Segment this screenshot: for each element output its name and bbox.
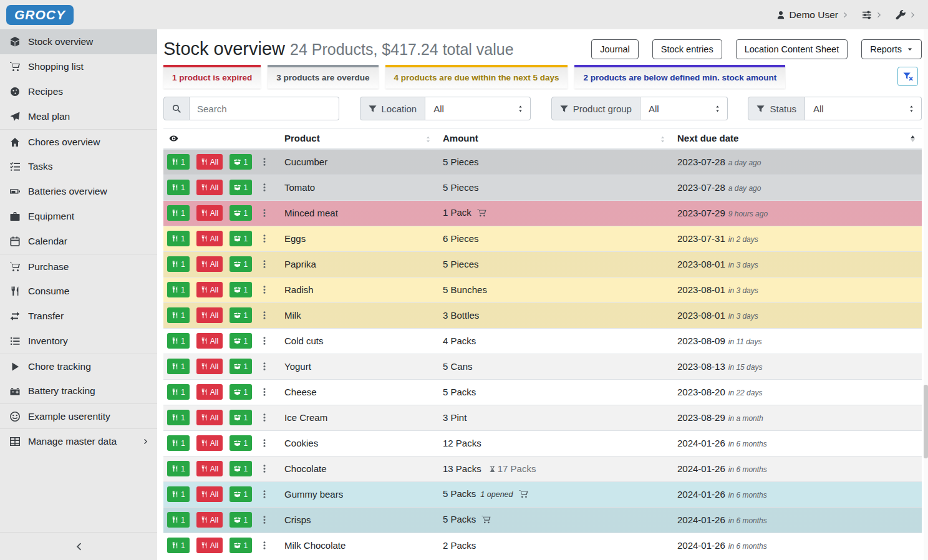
table-row[interactable]: 1 All 1 Paprika 5 Pieces 2023-08-01in 3 … [163,251,922,277]
status-select[interactable]: All [805,97,922,120]
consume-one-button[interactable]: 1 [167,435,190,451]
consume-all-button[interactable]: All [196,231,223,246]
row-menu-button[interactable] [260,540,269,551]
consume-one-button[interactable]: 1 [167,154,190,170]
location-content-sheet-button[interactable]: Location Content Sheet [736,39,848,59]
journal-button[interactable]: Journal [591,39,639,59]
table-row[interactable]: 1 All 1 Gummy bears 5 Packs1 opened 2024… [163,481,922,507]
sidebar-item-calendar[interactable]: Calendar [0,229,157,254]
consume-all-button[interactable]: All [196,384,223,400]
sidebar-collapse-button[interactable] [0,532,157,560]
consume-all-button[interactable]: All [196,538,223,553]
row-menu-button[interactable] [260,463,269,474]
consume-all-button[interactable]: All [196,435,223,451]
consume-one-button[interactable]: 1 [167,538,190,553]
consume-all-button[interactable]: All [196,180,223,195]
consume-all-button[interactable]: All [196,410,223,425]
row-menu-button[interactable] [260,387,269,397]
row-menu-button[interactable] [260,284,269,295]
product-group-select[interactable]: All [640,97,728,120]
scrollbar[interactable] [924,29,928,560]
consume-one-button[interactable]: 1 [167,307,190,323]
ribbon-below-min-stock[interactable]: 2 products are below defined min. stock … [574,65,785,89]
row-menu-button[interactable] [260,182,269,193]
row-menu-button[interactable] [260,438,269,448]
consume-all-button[interactable]: All [196,205,223,221]
open-one-button[interactable]: 1 [230,282,252,297]
sidebar-item-consume[interactable]: Consume [0,279,157,304]
sidebar-item-batteries-overview[interactable]: Batteries overview [0,179,157,204]
table-row[interactable]: 1 All 1 Minced meat 1 Pack 2023-07-299 h… [163,200,922,226]
open-one-button[interactable]: 1 [230,256,252,272]
column-visibility-header[interactable] [163,128,279,150]
sidebar-item-recipes[interactable]: Recipes [0,79,157,104]
consume-all-button[interactable]: All [196,333,223,349]
open-one-button[interactable]: 1 [230,231,252,246]
search-input[interactable] [190,97,339,120]
consume-one-button[interactable]: 1 [167,359,190,374]
sidebar-item-shopping-list[interactable]: Shopping list [0,54,157,79]
consume-one-button[interactable]: 1 [167,282,190,297]
open-one-button[interactable]: 1 [230,538,252,553]
ribbon-due-soon[interactable]: 4 products are due within the next 5 day… [385,65,568,89]
table-row[interactable]: 1 All 1 Crisps 5 Packs 2024-01-26in 6 mo… [163,507,922,533]
consume-all-button[interactable]: All [196,282,223,297]
table-row[interactable]: 1 All 1 Tomato 5 Pieces 2023-07-28a day … [163,175,922,200]
open-one-button[interactable]: 1 [230,359,252,374]
open-one-button[interactable]: 1 [230,154,252,170]
sidebar-item-battery-tracking[interactable]: Battery tracking [0,379,157,403]
row-menu-button[interactable] [260,361,269,372]
reports-button[interactable]: Reports [861,39,922,59]
table-row[interactable]: 1 All 1 Milk 3 Bottles 2023-08-01in 3 da… [163,302,922,328]
consume-one-button[interactable]: 1 [167,333,190,349]
sidebar-item-equipment[interactable]: Equipment [0,204,157,229]
row-menu-button[interactable] [260,310,269,321]
consume-one-button[interactable]: 1 [167,486,190,502]
ribbon-overdue[interactable]: 3 products are overdue [268,65,378,89]
consume-one-button[interactable]: 1 [167,256,190,272]
row-menu-button[interactable] [260,336,269,346]
location-select[interactable]: All [425,97,531,120]
consume-one-button[interactable]: 1 [167,205,190,221]
sidebar-item-tasks[interactable]: Tasks [0,154,157,179]
table-row[interactable]: 1 All 1 Radish 5 Bunches 2023-08-01in 3 … [163,277,922,302]
consume-one-button[interactable]: 1 [167,384,190,400]
column-header-product[interactable]: Product [279,128,438,150]
scrollbar-thumb[interactable] [924,385,928,458]
table-row[interactable]: 1 All 1 Cold cuts 4 Packs 2023-08-09in 1… [163,328,922,354]
table-row[interactable]: 1 All 1 Eggs 6 Pieces 2023-07-31in 2 day… [163,226,922,251]
table-row[interactable]: 1 All 1 Cucumber 5 Pieces 2023-07-28a da… [163,149,922,175]
open-one-button[interactable]: 1 [230,180,252,195]
consume-one-button[interactable]: 1 [167,461,190,476]
sidebar-item-example-userentity[interactable]: Example userentity [0,403,157,428]
table-row[interactable]: 1 All 1 Ice Cream 3 Pint 2023-08-29in a … [163,405,922,430]
row-menu-button[interactable] [260,157,269,167]
consume-all-button[interactable]: All [196,154,223,170]
sidebar-item-manage-master-data[interactable]: Manage master data [0,428,157,453]
sidebar-item-stock-overview[interactable]: Stock overview [0,29,157,54]
open-one-button[interactable]: 1 [230,333,252,349]
row-menu-button[interactable] [260,259,269,269]
sidebar-item-inventory[interactable]: Inventory [0,329,157,354]
consume-all-button[interactable]: All [196,512,223,528]
consume-all-button[interactable]: All [196,359,223,374]
sidebar-item-meal-plan[interactable]: Meal plan [0,104,157,129]
open-one-button[interactable]: 1 [230,205,252,221]
open-one-button[interactable]: 1 [230,307,252,323]
consume-one-button[interactable]: 1 [167,512,190,528]
admin-menu[interactable] [896,10,916,20]
consume-all-button[interactable]: All [196,486,223,502]
open-one-button[interactable]: 1 [230,486,252,502]
open-one-button[interactable]: 1 [230,410,252,425]
grocy-logo[interactable]: GROCY [6,5,74,25]
sidebar-item-transfer[interactable]: Transfer [0,304,157,329]
column-header-next-due-date[interactable]: Next due date [672,128,922,150]
consume-all-button[interactable]: All [196,256,223,272]
row-menu-button[interactable] [260,489,269,500]
open-one-button[interactable]: 1 [230,512,252,528]
consume-one-button[interactable]: 1 [167,231,190,246]
open-one-button[interactable]: 1 [230,435,252,451]
table-row[interactable]: 1 All 1 Cookies 12 Packs 2024-01-26in 6 … [163,430,922,456]
eye-icon[interactable] [168,134,179,143]
settings-menu[interactable] [862,10,882,20]
